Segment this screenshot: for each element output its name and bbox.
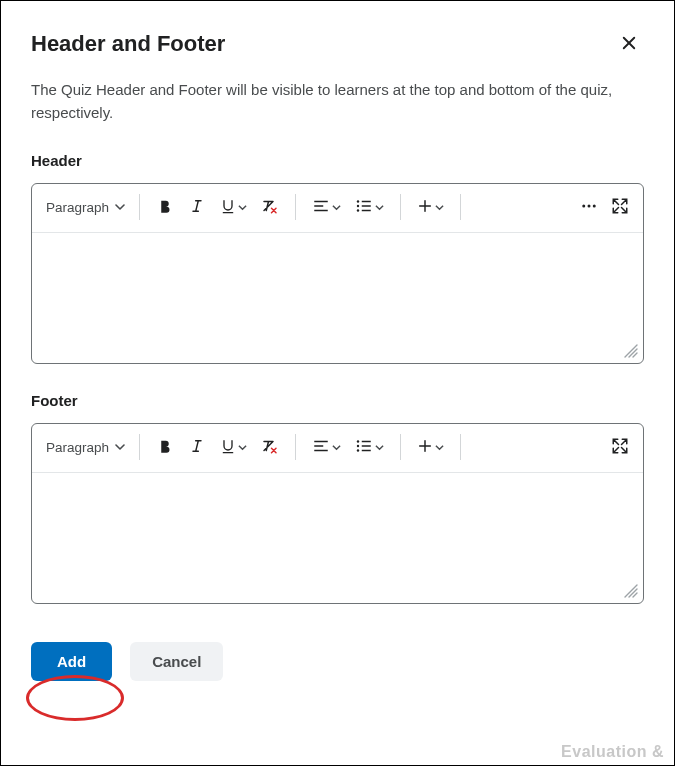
underline-button[interactable] — [214, 432, 253, 462]
more-button[interactable] — [573, 192, 605, 222]
svg-point-21 — [357, 449, 359, 451]
header-section-label: Header — [31, 152, 644, 169]
fullscreen-button[interactable] — [605, 192, 635, 222]
list-button[interactable] — [349, 192, 390, 222]
chevron-down-icon — [330, 440, 341, 455]
background-text: Evaluation & — [561, 743, 664, 761]
clear-format-button[interactable] — [255, 432, 285, 462]
svg-point-13 — [582, 204, 585, 207]
close-icon — [620, 34, 638, 55]
toolbar-separator — [460, 434, 461, 460]
bold-icon — [156, 437, 174, 458]
footer-content-area[interactable] — [32, 473, 643, 603]
clear-format-icon — [261, 437, 279, 458]
header-editor: Paragraph — [31, 183, 644, 364]
close-button[interactable] — [614, 29, 644, 59]
svg-point-20 — [357, 444, 359, 446]
underline-icon — [220, 197, 236, 218]
chevron-down-icon — [115, 200, 125, 215]
chevron-down-icon — [330, 200, 341, 215]
dialog-description: The Quiz Header and Footer will be visib… — [31, 79, 644, 124]
toolbar-separator — [139, 194, 140, 220]
italic-icon — [189, 197, 205, 218]
paragraph-style-label: Paragraph — [46, 440, 109, 455]
align-button[interactable] — [306, 432, 347, 462]
svg-point-5 — [357, 200, 359, 202]
cancel-button[interactable]: Cancel — [130, 642, 223, 681]
underline-button[interactable] — [214, 192, 253, 222]
list-icon — [355, 437, 373, 458]
align-button[interactable] — [306, 192, 347, 222]
svg-point-19 — [357, 440, 359, 442]
paragraph-style-select[interactable]: Paragraph — [40, 196, 129, 219]
footer-editor: Paragraph — [31, 423, 644, 604]
chevron-down-icon — [236, 200, 247, 215]
toolbar-separator — [295, 434, 296, 460]
svg-point-14 — [588, 204, 591, 207]
clear-format-icon — [261, 197, 279, 218]
italic-icon — [189, 437, 205, 458]
fullscreen-icon — [611, 437, 629, 458]
toolbar-separator — [295, 194, 296, 220]
footer-toolbar: Paragraph — [32, 424, 643, 473]
underline-icon — [220, 437, 236, 458]
chevron-down-icon — [115, 440, 125, 455]
svg-point-15 — [593, 204, 596, 207]
chevron-down-icon — [236, 440, 247, 455]
align-icon — [312, 197, 330, 218]
footer-section-label: Footer — [31, 392, 644, 409]
dialog-title: Header and Footer — [31, 31, 225, 57]
svg-point-6 — [357, 204, 359, 206]
bold-button[interactable] — [150, 432, 180, 462]
header-content-area[interactable] — [32, 233, 643, 363]
toolbar-separator — [400, 434, 401, 460]
plus-icon — [417, 438, 433, 457]
italic-button[interactable] — [182, 432, 212, 462]
ellipsis-icon — [579, 197, 599, 218]
add-button[interactable]: Add — [31, 642, 112, 681]
list-button[interactable] — [349, 432, 390, 462]
insert-button[interactable] — [411, 192, 450, 222]
list-icon — [355, 197, 373, 218]
chevron-down-icon — [433, 440, 444, 455]
resize-handle[interactable] — [623, 583, 639, 599]
bold-button[interactable] — [150, 192, 180, 222]
paragraph-style-select[interactable]: Paragraph — [40, 436, 129, 459]
dialog-header: Header and Footer — [31, 29, 644, 59]
toolbar-separator — [139, 434, 140, 460]
dialog-actions: Add Cancel — [31, 632, 644, 681]
italic-button[interactable] — [182, 192, 212, 222]
chevron-down-icon — [373, 440, 384, 455]
header-footer-dialog: Header and Footer The Quiz Header and Fo… — [0, 0, 675, 766]
paragraph-style-label: Paragraph — [46, 200, 109, 215]
fullscreen-button[interactable] — [605, 432, 635, 462]
chevron-down-icon — [433, 200, 444, 215]
svg-point-7 — [357, 209, 359, 211]
clear-format-button[interactable] — [255, 192, 285, 222]
header-toolbar: Paragraph — [32, 184, 643, 233]
fullscreen-icon — [611, 197, 629, 218]
toolbar-separator — [460, 194, 461, 220]
insert-button[interactable] — [411, 432, 450, 462]
chevron-down-icon — [373, 200, 384, 215]
toolbar-separator — [400, 194, 401, 220]
bold-icon — [156, 197, 174, 218]
plus-icon — [417, 198, 433, 217]
align-icon — [312, 437, 330, 458]
resize-handle[interactable] — [623, 343, 639, 359]
